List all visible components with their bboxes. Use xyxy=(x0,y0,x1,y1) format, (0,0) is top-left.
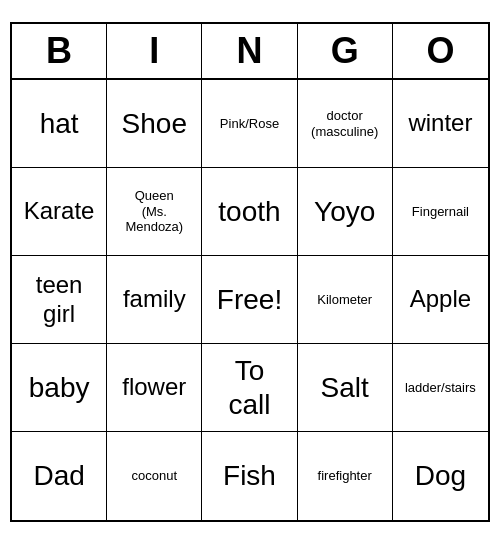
bingo-cell: winter xyxy=(393,80,488,168)
bingo-cell: Free! xyxy=(202,256,297,344)
bingo-cell: tooth xyxy=(202,168,297,256)
bingo-cell: Fingernail xyxy=(393,168,488,256)
cell-label: Karate xyxy=(24,197,95,226)
bingo-cell: flower xyxy=(107,344,202,432)
cell-label: Dad xyxy=(33,459,84,493)
header-letter: N xyxy=(202,24,297,78)
cell-label: tooth xyxy=(218,195,280,229)
cell-label: Pink/Rose xyxy=(220,116,279,132)
bingo-card: BINGO hatShoePink/Rosedoctor(masculine)w… xyxy=(10,22,490,522)
cell-label: Apple xyxy=(410,285,471,314)
bingo-cell: Salt xyxy=(298,344,393,432)
header-letter: I xyxy=(107,24,202,78)
cell-label: ladder/stairs xyxy=(405,380,476,396)
cell-label: Shoe xyxy=(122,107,187,141)
cell-label: firefighter xyxy=(318,468,372,484)
bingo-grid: hatShoePink/Rosedoctor(masculine)winterK… xyxy=(12,80,488,520)
bingo-cell: baby xyxy=(12,344,107,432)
cell-label: family xyxy=(123,285,186,314)
cell-label: Dog xyxy=(415,459,466,493)
cell-label: winter xyxy=(408,109,472,138)
bingo-cell: ladder/stairs xyxy=(393,344,488,432)
bingo-cell: doctor(masculine) xyxy=(298,80,393,168)
cell-label: teengirl xyxy=(36,271,83,329)
bingo-cell: Kilometer xyxy=(298,256,393,344)
bingo-cell: family xyxy=(107,256,202,344)
bingo-cell: hat xyxy=(12,80,107,168)
bingo-cell: Queen(Ms.Mendoza) xyxy=(107,168,202,256)
cell-label: baby xyxy=(29,371,90,405)
cell-label: Fish xyxy=(223,459,276,493)
cell-label: Yoyo xyxy=(314,195,375,229)
cell-label: Fingernail xyxy=(412,204,469,220)
cell-label: Salt xyxy=(321,371,369,405)
cell-label: hat xyxy=(40,107,79,141)
bingo-cell: Shoe xyxy=(107,80,202,168)
bingo-cell: Apple xyxy=(393,256,488,344)
bingo-cell: Dad xyxy=(12,432,107,520)
bingo-cell: Yoyo xyxy=(298,168,393,256)
bingo-cell: Fish xyxy=(202,432,297,520)
bingo-header: BINGO xyxy=(12,24,488,80)
bingo-cell: Karate xyxy=(12,168,107,256)
cell-label: Tocall xyxy=(228,354,270,421)
header-letter: B xyxy=(12,24,107,78)
cell-label: Queen(Ms.Mendoza) xyxy=(125,188,183,235)
bingo-cell: Pink/Rose xyxy=(202,80,297,168)
bingo-cell: firefighter xyxy=(298,432,393,520)
cell-label: coconut xyxy=(132,468,178,484)
cell-label: Free! xyxy=(217,283,282,317)
bingo-cell: Tocall xyxy=(202,344,297,432)
bingo-cell: coconut xyxy=(107,432,202,520)
cell-label: doctor(masculine) xyxy=(311,108,378,139)
cell-label: Kilometer xyxy=(317,292,372,308)
header-letter: O xyxy=(393,24,488,78)
bingo-cell: teengirl xyxy=(12,256,107,344)
bingo-cell: Dog xyxy=(393,432,488,520)
header-letter: G xyxy=(298,24,393,78)
cell-label: flower xyxy=(122,373,186,402)
